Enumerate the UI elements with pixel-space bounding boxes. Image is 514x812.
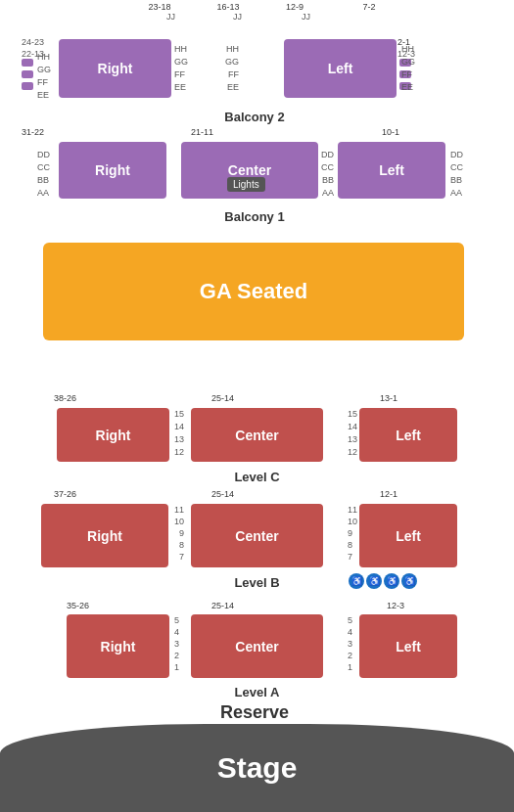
reserve-label: Reserve [157,702,352,723]
b1-right-rows-r: DD CC BB AA [450,149,463,200]
b2-row-num-2: 16-13 [213,2,243,12]
lc-rows-right: 15 14 13 12 [348,408,357,459]
b2-right-rows: HH GG FF EE [37,51,51,102]
balcony1-label: Balcony 1 [157,209,352,224]
la-range-25-14: 25-14 [211,601,234,610]
acc-icon-1: ♿ [349,573,364,589]
lc-left-section[interactable]: Left [359,408,457,462]
lc-right-section[interactable]: Right [57,408,169,462]
b2-row-num-3: 12-9 [280,2,309,12]
b2-right-rows-right: HH GG FF EE [401,43,415,94]
la-range-12-3: 12-3 [387,601,404,610]
lb-center-section[interactable]: Center [191,504,323,567]
b2-right-section[interactable]: Right [59,39,171,98]
lc-range-13-1: 13-1 [380,393,397,403]
b1-left-rows: DD CC BB AA [321,149,334,200]
b1-right-rows: DD CC BB AA [37,149,50,200]
b2-left-rows: HH GG FF EE [225,43,239,94]
lc-rows-left: 15 14 13 12 [174,408,184,459]
la-center-section[interactable]: Center [191,614,323,678]
levelb-label: Level B [171,575,343,590]
b2-left-swatch-top [22,59,33,67]
stage-label: Stage [0,751,514,785]
acc-icon-3: ♿ [384,573,399,589]
ga-seated-section[interactable]: GA Seated [43,243,464,340]
b2-jj-3: JJ [302,12,310,22]
b2-left-section[interactable]: Left [284,39,397,98]
b2-jj-2: JJ [233,12,242,22]
b1-range-31-22: 31-22 [22,127,44,137]
balcony2-label: Balcony 2 [157,110,352,124]
lb-right-section[interactable]: Right [41,504,168,567]
lb-range-25-14: 25-14 [211,489,234,499]
la-rows-right: 5 4 3 2 1 [348,614,352,673]
accessibility-icons: ♿ ♿ ♿ ♿ [349,573,417,589]
lb-range-37-26: 37-26 [54,489,76,499]
b2-left-swatch-mid [22,70,33,78]
b1-range-10-1: 10-1 [382,127,399,137]
b2-left-swatch-bot [22,82,33,90]
b1-right-section[interactable]: Right [59,142,166,199]
b1-range-21-11: 21-11 [191,127,213,137]
lb-range-12-1: 12-1 [380,489,397,499]
lc-center-section[interactable]: Center [191,408,323,462]
levelc-label: Level C [171,470,343,484]
lc-range-38-26: 38-26 [54,393,76,403]
b2-center-rows-left: HH GG FF EE [174,43,188,94]
lb-rows-right: 11 10 9 8 7 [348,504,357,563]
lc-range-25-14: 25-14 [211,393,234,403]
la-rows-left: 5 4 3 2 1 [174,614,179,673]
acc-icon-4: ♿ [401,573,417,589]
b1-left-section[interactable]: Left [338,142,445,199]
lights-badge: Lights [227,177,265,192]
lb-rows-left: 11 10 9 8 7 [174,504,184,563]
b2-range-24-23: 24-23 [22,37,44,47]
la-left-section[interactable]: Left [359,614,457,678]
b2-jj-1: JJ [166,12,175,22]
b2-row-num-1: 23-18 [145,2,174,12]
acc-icon-2: ♿ [366,573,382,589]
venue-map: 23-18 16-13 12-9 7-2 JJ JJ JJ 24-23 22-1… [0,0,514,812]
la-range-35-26: 35-26 [67,601,89,610]
lb-left-section[interactable]: Left [359,504,457,567]
la-right-section[interactable]: Right [67,614,169,678]
levela-label: Level A [171,685,343,699]
b2-row-num-4: 7-2 [354,2,384,12]
